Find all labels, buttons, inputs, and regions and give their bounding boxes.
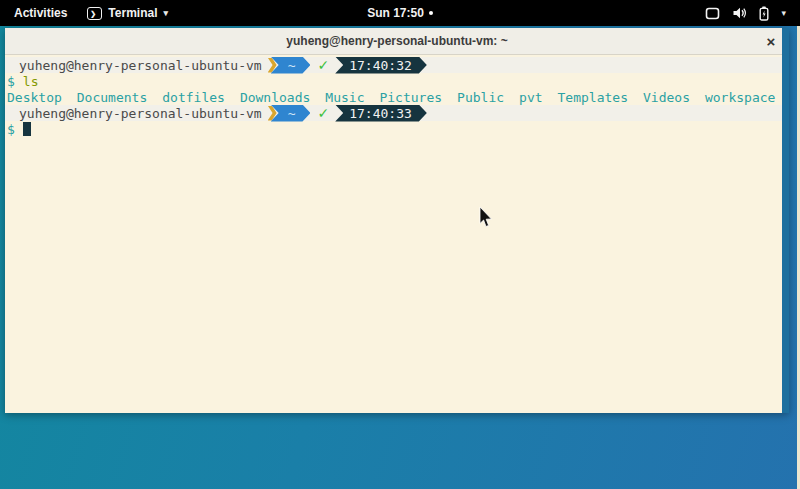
command-line: $ls — [5, 73, 789, 89]
close-icon[interactable]: × — [761, 31, 781, 51]
app-menu-label: Terminal — [108, 6, 157, 20]
dir-entry: dotfiles — [162, 90, 225, 105]
dir-entry: Music — [325, 90, 364, 105]
dir-entry: Templates — [558, 90, 628, 105]
prompt-user-host: yuheng@henry-personal-ubuntu-vm — [19, 106, 262, 121]
dir-entry: workspace — [705, 90, 775, 105]
dropdown-arrow-icon: ▾ — [163, 8, 168, 18]
dir-entry: Pictures — [379, 90, 442, 105]
command-text: ls — [23, 74, 39, 89]
volume-icon — [732, 6, 747, 20]
scrollbar[interactable] — [782, 28, 789, 413]
mouse-cursor — [479, 207, 493, 228]
chevron-down-icon: ▾ — [781, 8, 786, 18]
prompt-user-host: yuheng@henry-personal-ubuntu-vm — [19, 58, 262, 73]
cwd-label: ~ — [288, 106, 296, 121]
input-line[interactable]: $ — [5, 121, 789, 137]
time-segment: 17:40:33 — [335, 105, 427, 122]
window-titlebar[interactable]: yuheng@henry-personal-ubuntu-vm: ~ × — [5, 28, 789, 55]
dir-entry: Downloads — [240, 90, 310, 105]
dir-entry: Desktop — [7, 90, 62, 105]
ls-output-line: Desktop Documents dotfiles Downloads Mus… — [5, 89, 789, 105]
terminal-prompt-glyph: ❯ — [90, 10, 96, 17]
text-cursor — [23, 122, 31, 136]
prompt-symbol: $ — [7, 74, 15, 89]
status-check-icon: ✓ — [317, 105, 329, 121]
app-menu-button[interactable]: ❯ Terminal ▾ — [87, 6, 168, 20]
activities-button[interactable]: Activities — [10, 6, 71, 20]
cwd-label: ~ — [288, 58, 296, 73]
prompt-line-1: yuheng@henry-personal-ubuntu-vm ~ ✓ 17:4… — [5, 57, 789, 73]
battery-charging-icon — [759, 6, 769, 21]
time-label: 17:40:33 — [349, 106, 412, 121]
screen-icon — [705, 7, 720, 20]
clock-label: Sun 17:50 — [367, 6, 424, 20]
dir-entry: Videos — [643, 90, 690, 105]
top-bar: Activities ❯ Terminal ▾ Sun 17:50 ▾ — [0, 0, 800, 26]
prompt-line-2: yuheng@henry-personal-ubuntu-vm ~ ✓ 17:4… — [5, 105, 789, 121]
prompt-symbol: $ — [7, 122, 15, 137]
dir-entry: Public — [457, 90, 504, 105]
time-segment: 17:40:32 — [335, 57, 427, 74]
system-status-menu[interactable]: ▾ — [697, 0, 794, 26]
dir-entry: Documents — [77, 90, 147, 105]
terminal-app-icon: ❯ — [87, 7, 102, 20]
terminal-window: yuheng@henry-personal-ubuntu-vm: ~ × yuh… — [5, 28, 789, 413]
dir-entry: pvt — [519, 90, 542, 105]
terminal-content[interactable]: yuheng@henry-personal-ubuntu-vm ~ ✓ 17:4… — [5, 55, 789, 413]
window-title: yuheng@henry-personal-ubuntu-vm: ~ — [286, 34, 507, 48]
notification-dot-icon — [429, 11, 433, 15]
time-label: 17:40:32 — [349, 58, 412, 73]
top-bar-left: Activities ❯ Terminal ▾ — [0, 6, 168, 20]
status-check-icon: ✓ — [317, 57, 329, 73]
